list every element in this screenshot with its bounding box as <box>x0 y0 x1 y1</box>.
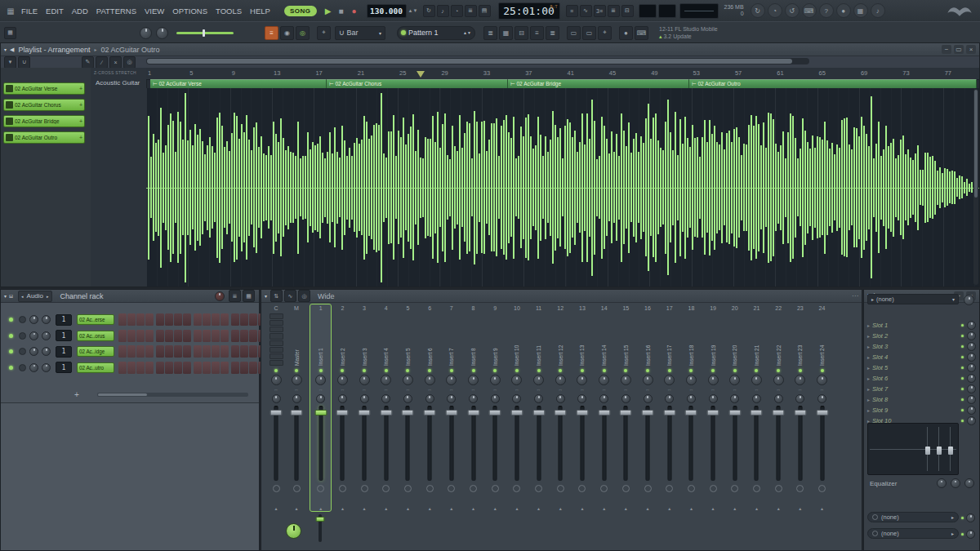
playlist-titlebar[interactable]: ▾ ◀ Playlist - Arrangement ▸ 02 AcGuitar… <box>1 43 979 56</box>
step-cell[interactable] <box>165 345 173 358</box>
playlist-vscrollbar[interactable] <box>973 89 978 285</box>
effect-slot-row[interactable]: ▸Slot 2 <box>867 331 976 341</box>
strip-route-arrow[interactable]: ▴ <box>821 505 823 511</box>
strip-fader[interactable] <box>528 406 549 481</box>
mixer-strip-19[interactable]: 19Insert 19↔▴ <box>702 304 723 511</box>
mini-slot[interactable] <box>270 360 283 366</box>
mixer-titlebar[interactable]: ▾ ⇅ ∿ ◎ Wide ⋯ <box>261 290 862 303</box>
mixer-strip-5[interactable]: 5Insert 5↔▴ <box>398 304 418 511</box>
strip-fader[interactable] <box>681 406 702 481</box>
strip-route-arrow[interactable]: ▴ <box>712 505 715 511</box>
step-cell[interactable] <box>203 362 211 374</box>
strip-fader[interactable] <box>398 406 418 481</box>
step-cell[interactable] <box>194 330 202 342</box>
strip-arm-button[interactable] <box>578 485 586 492</box>
fader-handle[interactable] <box>555 410 567 415</box>
strip-arm-button[interactable] <box>818 485 826 492</box>
strip-stereo-knob[interactable] <box>491 394 500 403</box>
strip-arm-button[interactable] <box>448 485 455 492</box>
step-cell[interactable] <box>118 362 127 374</box>
paste-icon[interactable]: ▭ <box>582 26 596 40</box>
play-button[interactable]: ▶ <box>322 7 335 16</box>
strip-fader[interactable] <box>310 406 331 481</box>
slot-mix-knob[interactable] <box>967 331 976 340</box>
eq-freq1-knob[interactable] <box>937 478 947 488</box>
fader-handle[interactable] <box>510 410 523 415</box>
clock-button[interactable]: ◔ <box>768 3 782 18</box>
mixer-strip-22[interactable]: 22Insert 22↔▴ <box>768 304 788 511</box>
tempo-nudge-icon[interactable]: ▲▼ <box>407 8 420 13</box>
three-icon[interactable]: 3≡ <box>594 5 606 17</box>
strip-stereo-knob[interactable] <box>512 394 521 403</box>
group-next-icon[interactable]: ▸ <box>47 294 49 299</box>
step-cell[interactable] <box>145 345 154 358</box>
strip-enable-led[interactable] <box>274 369 278 372</box>
mixer-strip-6[interactable]: 6Insert 6↔▴ <box>419 304 439 511</box>
step-cell[interactable] <box>220 345 229 358</box>
strip-arm-button[interactable] <box>404 485 412 492</box>
fader-handle[interactable] <box>816 410 828 415</box>
strip-stereo-knob[interactable] <box>556 394 565 403</box>
strip-pan-knob[interactable] <box>490 375 501 385</box>
strip-arm-button[interactable] <box>382 485 390 492</box>
undo-button[interactable]: ↺ <box>785 3 800 18</box>
touch-icon[interactable]: ⌖ <box>598 26 612 40</box>
strip-pan-knob[interactable] <box>271 375 282 385</box>
strip-arm-button[interactable] <box>600 485 608 492</box>
mini-slot[interactable] <box>270 340 283 346</box>
channel-volume-knob[interactable] <box>42 331 51 340</box>
mixer-strip-8[interactable]: 8Insert 8↔▴ <box>463 304 483 511</box>
strip-pan-knob[interactable] <box>773 375 784 385</box>
strip-pan-knob[interactable] <box>533 375 544 385</box>
strip-arm-button[interactable] <box>426 485 434 492</box>
channel-volume-knob[interactable] <box>42 315 51 324</box>
strip-fader[interactable] <box>550 406 571 481</box>
step-cell[interactable] <box>194 313 202 326</box>
step-cell[interactable] <box>136 330 145 342</box>
plugin-picker-icon[interactable]: ◉ <box>280 26 294 40</box>
strip-arm-button[interactable] <box>273 485 280 492</box>
strip-enable-led[interactable] <box>319 369 323 372</box>
strip-fader[interactable] <box>659 406 679 481</box>
strip-enable-led[interactable] <box>493 369 497 372</box>
strip-fader[interactable] <box>746 406 767 481</box>
add-channel-button[interactable]: + <box>74 390 79 399</box>
strip-fader[interactable] <box>463 406 483 481</box>
strip-arm-button[interactable] <box>710 485 717 492</box>
menu-edit[interactable]: EDIT <box>42 7 68 16</box>
slot-mix-knob[interactable] <box>967 416 976 425</box>
strip-pan-knob[interactable] <box>555 375 566 385</box>
channel-button[interactable]: 02 Ac..utro <box>77 362 114 373</box>
channel-pan-knob[interactable] <box>29 315 38 324</box>
strip-fader[interactable] <box>812 406 832 481</box>
step-cell[interactable] <box>212 330 220 342</box>
strip-fader[interactable] <box>419 406 439 481</box>
step-cell[interactable] <box>145 330 154 342</box>
fader-handle[interactable] <box>576 410 588 415</box>
step-cell[interactable] <box>231 313 239 326</box>
strip-stereo-knob[interactable] <box>447 394 456 403</box>
step-cell[interactable] <box>240 345 248 358</box>
step-cell[interactable] <box>203 313 211 326</box>
main-mix-knob[interactable] <box>964 295 974 305</box>
metronome-icon[interactable]: ♪ <box>437 5 449 17</box>
strip-route-arrow[interactable]: ▴ <box>559 505 562 511</box>
fader-handle[interactable] <box>773 410 785 415</box>
step-cell[interactable] <box>165 362 173 374</box>
strip-fader[interactable] <box>724 406 745 481</box>
step-cell[interactable] <box>145 313 154 326</box>
step-cell[interactable] <box>127 345 136 358</box>
strip-pan-knob[interactable] <box>795 375 805 385</box>
playlist-menu-icon[interactable]: ▾ <box>4 47 7 52</box>
strip-route-arrow[interactable]: ▴ <box>319 505 322 511</box>
playlist-window-icon[interactable]: ≣ <box>483 26 497 40</box>
strip-arm-button[interactable] <box>753 485 760 492</box>
mini-slot[interactable] <box>270 313 283 319</box>
step-cell[interactable] <box>212 313 220 326</box>
strip-route-arrow[interactable]: ▴ <box>472 505 474 511</box>
slot-enable-led[interactable] <box>961 345 964 348</box>
strip-stereo-knob[interactable] <box>709 394 718 403</box>
effect-slot-row[interactable]: ▸Slot 6 <box>867 373 976 384</box>
strip-pan-knob[interactable] <box>599 375 609 385</box>
effect-slot-row[interactable]: ▸Slot 1 <box>867 320 976 331</box>
